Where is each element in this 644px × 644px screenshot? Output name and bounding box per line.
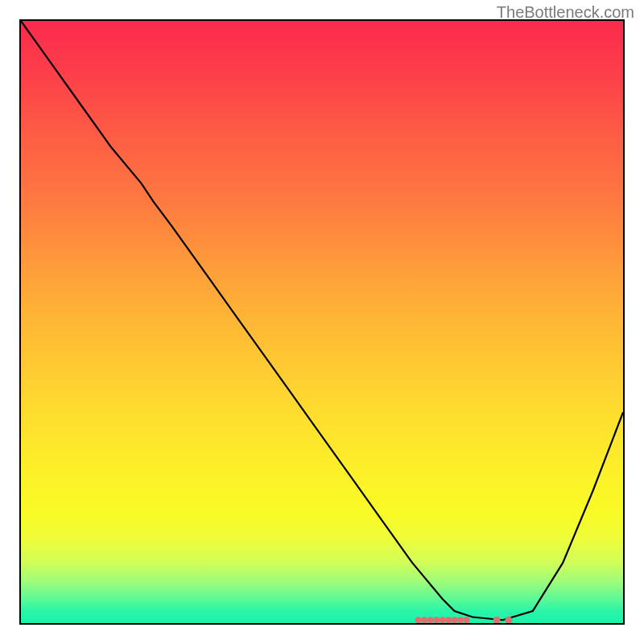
data-point (421, 617, 427, 623)
data-point (493, 617, 500, 623)
watermark-label: TheBottleneck.com (497, 3, 634, 22)
data-point (457, 617, 464, 623)
chart-svg (21, 21, 623, 623)
data-point (427, 617, 434, 623)
data-point (440, 617, 446, 623)
data-point (415, 617, 422, 623)
data-point (464, 617, 470, 623)
data-point (445, 617, 452, 623)
data-point (433, 617, 440, 623)
bottleneck-curve-line (21, 21, 623, 620)
chart-plot-area (19, 19, 625, 625)
highlighted-points (415, 617, 513, 623)
data-point (452, 617, 458, 623)
